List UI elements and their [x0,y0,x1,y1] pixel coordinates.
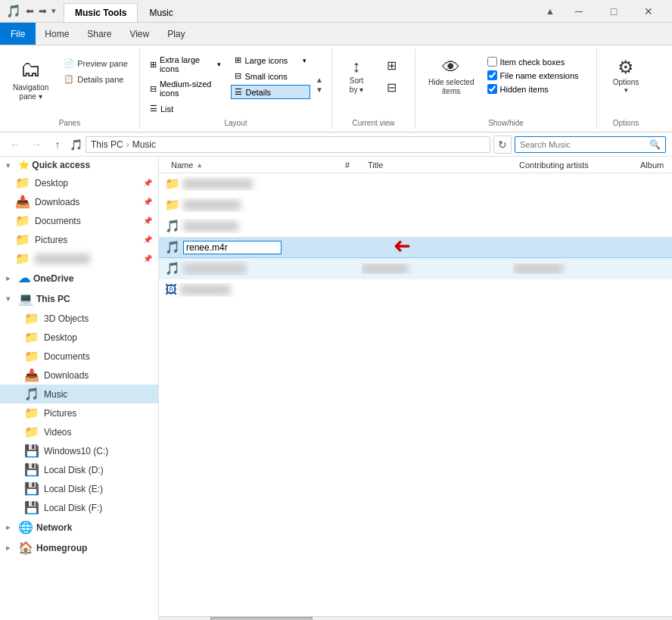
options-group-label: Options [603,116,649,127]
table-row[interactable]: 📁 FolderNameHere [159,173,672,195]
this-pc-header[interactable]: ▾ 💻 This PC [0,288,158,309]
details-btn[interactable]: ☰ Details [231,85,310,99]
rename-input[interactable] [183,241,282,254]
group-by-button[interactable]: ⊞ [378,56,405,75]
options-button[interactable]: ⚙ Options ▾ [603,53,649,98]
col-contributing-header[interactable]: Contributing artists [513,159,634,171]
sidebar-item-local-e[interactable]: 💾 Local Disk (E:) [0,479,158,498]
layout-scroll-up[interactable]: ▲ [316,76,323,84]
quick-access-header[interactable]: ▾ ⭐ Quick access [0,157,158,173]
navigation-pane-button[interactable]: 🗂 Navigationpane ▾ [6,53,55,105]
tab-music-tools[interactable]: Music Tools [64,3,138,23]
sidebar-item-documents-quick[interactable]: 📁 Documents 📌 [0,211,158,230]
ribbon: 🗂 Navigationpane ▾ 📄 Preview pane 📋 Deta… [0,45,672,132]
sidebar-item-blurred[interactable]: 📁 BlurredFolder 📌 [0,249,158,268]
sidebar-item-local-f[interactable]: 💾 Local Disk (F:) [0,498,158,517]
refresh-button[interactable]: ↻ [493,136,512,154]
scrollbar-track[interactable] [159,617,672,620]
layout-scroll-down[interactable]: ▼ [316,86,323,94]
table-row[interactable]: 🖼 imagefile.jpg [159,279,672,301]
table-row[interactable]: 📁 AnotherFolder [159,195,672,216]
path-thispc[interactable]: This PC [91,139,123,150]
details-pane-button[interactable]: 📋 Details pane [58,72,133,86]
sidebar-item-music[interactable]: 🎵 Music [0,385,158,403]
extra-large-icons-btn[interactable]: ⊞ Extra large icons ▾ [146,53,226,76]
local-d-label: Local Disk (D:) [44,465,104,475]
local-e-label: Local Disk (E:) [44,484,103,494]
sidebar: ▾ ⭐ Quick access 📁 Desktop 📌 📥 Downloads… [0,157,159,620]
sidebar-item-3d-objects[interactable]: 📁 3D Objects [0,309,158,328]
menu-view[interactable]: View [120,23,158,45]
sidebar-item-pictures-pc[interactable]: 📁 Pictures [0,403,158,422]
downloads-label: Downloads [35,197,79,207]
minimize-button[interactable]: ─ [562,0,596,23]
blurred-folder-label: BlurredFolder [35,254,90,264]
homegroup-header[interactable]: ▸ 🏠 Homegroup [0,537,158,558]
tab-music[interactable]: Music [138,2,184,22]
horizontal-scrollbar[interactable] [159,616,672,620]
col-title-header[interactable]: Title [362,159,513,171]
file-name-6: 🖼 imagefile.jpg [165,283,339,297]
current-view-label: Current view [338,116,409,127]
table-row[interactable]: 🎵 ➜ [159,237,672,258]
sidebar-item-downloads-pc[interactable]: 📥 Downloads [0,366,158,385]
homegroup-label: Homegroup [36,543,87,553]
options-label: Options [613,78,639,86]
sort-by-icon: ↕ [353,57,361,76]
sidebar-item-desktop-quick[interactable]: 📁 Desktop 📌 [0,173,158,192]
menu-home[interactable]: Home [36,23,78,45]
item-checkboxes-toggle[interactable]: Item check boxes [487,56,579,67]
3d-label: 3D Objects [44,313,89,324]
downloads-icon: 📥 [15,195,30,209]
extra-large-icon: ⊞ [150,60,157,70]
close-button[interactable]: ✕ [631,0,666,23]
sort-by-button[interactable]: ↕ Sortby ▾ [338,53,375,98]
col-album-header[interactable]: Album [634,159,670,171]
hidden-items-input[interactable] [487,84,497,94]
small-icons-btn[interactable]: ⊟ Small icons [231,69,310,83]
network-header[interactable]: ▸ 🌐 Network [0,517,158,537]
list-btn[interactable]: ☰ List [146,101,226,116]
sidebar-item-local-d[interactable]: 💾 Local Disk (D:) [0,460,158,479]
scrollbar-thumb[interactable] [210,617,313,620]
up-collapse-button[interactable]: ▲ [539,0,562,23]
table-row[interactable]: 🎵 musicfile.mp3 [159,216,672,237]
search-input[interactable] [520,140,649,149]
preview-pane-button[interactable]: 📄 Preview pane [58,56,133,70]
up-button[interactable]: ↑ [48,136,67,154]
hide-selected-button[interactable]: 👁 Hide selecteditems [422,53,481,100]
back-button[interactable]: ← [6,136,24,154]
col-name-header[interactable]: Name ▲ [165,159,339,171]
row2-name: AnotherFolder [183,200,241,210]
large-icons-btn[interactable]: ⊞ Large icons ▾ [231,53,310,67]
pictures-label: Pictures [35,235,67,245]
menu-play[interactable]: Play [158,23,194,45]
sidebar-item-pictures-quick[interactable]: 📁 Pictures 📌 [0,230,158,249]
sidebar-item-downloads-quick[interactable]: 📥 Downloads 📌 [0,192,158,211]
pictures-pc-label: Pictures [44,408,76,419]
path-music[interactable]: Music [132,139,156,150]
list-label: List [160,104,173,114]
onedrive-header[interactable]: ▸ ☁ OneDrive [0,268,158,288]
table-row[interactable]: 🎵 anotherfile.mp3 BlurredTitle BlurredAr… [159,258,672,279]
sidebar-item-videos[interactable]: 📁 Videos [0,422,158,441]
address-path[interactable]: This PC › Music [86,136,490,153]
file-extensions-input[interactable] [487,70,497,80]
maximize-button[interactable]: □ [596,0,631,23]
sidebar-item-windows10[interactable]: 💾 Windows10 (C:) [0,441,158,460]
hidden-items-toggle[interactable]: Hidden items [487,83,579,95]
forward-button[interactable]: → [27,136,45,154]
sidebar-item-desktop-pc[interactable]: 📁 Desktop [0,328,158,347]
search-box[interactable]: 🔍 [515,136,666,153]
col-hash-header[interactable]: # [339,159,362,171]
col-name-label: Name [171,160,193,170]
medium-sized-icons-btn[interactable]: ⊟ Medium-sized icons [146,77,226,100]
add-columns-button[interactable]: ⊟ [378,78,405,97]
menu-share[interactable]: Share [78,23,120,45]
row5-contributing: BlurredArtist [513,263,634,274]
menu-file[interactable]: File [0,23,36,45]
row6-name: imagefile.jpg [180,285,231,295]
item-checkboxes-input[interactable] [487,57,497,67]
file-extensions-toggle[interactable]: File name extensions [487,70,579,81]
sidebar-item-documents-pc[interactable]: 📁 Documents [0,347,158,366]
